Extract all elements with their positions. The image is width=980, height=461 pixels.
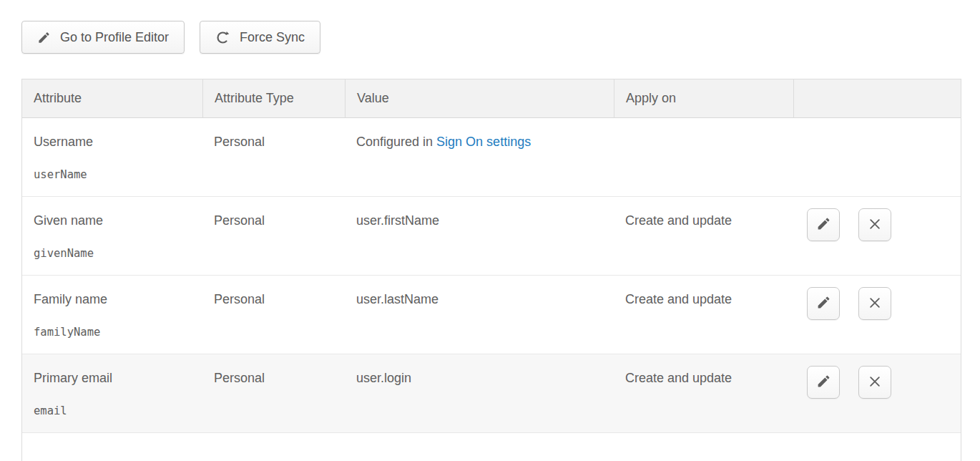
apply-on-cell: Create and update [614,276,793,354]
column-header-attribute-type: Attribute Type [202,79,345,117]
close-icon [868,374,882,391]
edit-attribute-button[interactable] [807,366,840,399]
sign-on-settings-link[interactable]: Sign On settings [436,135,531,149]
refresh-icon [215,30,230,45]
actions-cell [793,118,961,196]
pencil-icon [37,31,51,44]
attribute-type-cell: Personal [202,118,345,196]
attribute-variable-name: givenName [34,246,191,261]
attribute-variable-name: email [34,403,191,419]
table-row [22,433,961,461]
attribute-cell: Family name familyName [22,276,202,354]
attribute-type-cell: Personal [202,197,345,275]
attribute-cell: Username userName [22,118,202,196]
delete-attribute-button[interactable] [858,287,891,320]
go-to-profile-editor-label: Go to Profile Editor [60,30,169,45]
attribute-variable-name: familyName [34,324,191,340]
value-cell: user.login [345,354,614,432]
actions-cell [793,354,961,432]
edit-attribute-button[interactable] [807,208,840,241]
force-sync-label: Force Sync [240,30,305,45]
pencil-icon [816,216,831,233]
force-sync-button[interactable]: Force Sync [200,21,320,54]
close-icon [868,296,882,312]
delete-attribute-button[interactable] [858,208,891,241]
apply-on-cell: Create and update [614,197,793,275]
table-row: Primary email email Personal user.login … [22,354,961,433]
apply-on-cell [614,118,793,196]
go-to-profile-editor-button[interactable]: Go to Profile Editor [21,21,185,54]
attribute-cell: Primary email email [22,354,202,432]
table-header-row: Attribute Attribute Type Value Apply on [22,79,961,118]
value-prefix-text: Configured in [356,135,433,149]
attribute-cell: Given name givenName [22,197,202,275]
actions-cell [793,276,961,354]
attribute-variable-name: userName [34,167,191,183]
table-row: Given name givenName Personal user.first… [22,197,961,276]
delete-attribute-button[interactable] [858,366,891,399]
toolbar: Go to Profile Editor Force Sync [21,21,320,54]
column-header-apply-on: Apply on [614,79,793,117]
column-header-value: Value [345,79,614,117]
column-header-attribute: Attribute [22,79,202,117]
value-cell: user.firstName [345,197,614,275]
pencil-icon [816,295,831,312]
attribute-label: Username [34,134,191,150]
table-row: Username userName Personal Configured in… [22,118,961,197]
value-cell: Configured inSign On settings [345,118,614,196]
edit-attribute-button[interactable] [807,287,840,320]
actions-cell [793,197,961,275]
value-cell: user.lastName [345,276,614,354]
attribute-label: Primary email [34,370,191,386]
close-icon [868,217,882,233]
attribute-label: Given name [34,213,191,228]
attribute-label: Family name [34,291,191,307]
attribute-type-cell: Personal [202,354,345,432]
column-header-actions [793,79,961,117]
pencil-icon [816,374,831,391]
table-row: Family name familyName Personal user.las… [22,276,961,354]
attribute-type-cell: Personal [202,276,345,354]
apply-on-cell: Create and update [614,354,793,432]
attribute-mapping-table: Attribute Attribute Type Value Apply on … [21,79,961,461]
